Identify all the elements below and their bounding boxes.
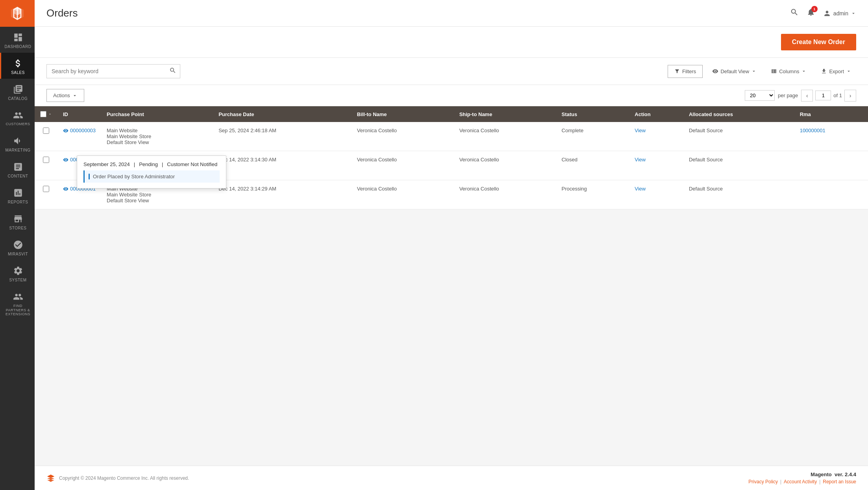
- create-new-order-button[interactable]: Create New Order: [781, 34, 856, 50]
- sidebar-item-mirasvit[interactable]: Mirasvit: [0, 234, 35, 260]
- row-view-link[interactable]: View: [635, 157, 646, 163]
- admin-user-menu[interactable]: admin: [823, 9, 856, 17]
- row-action: View: [629, 151, 683, 180]
- row-rma: [794, 151, 868, 180]
- col-rma[interactable]: Rma: [794, 106, 868, 122]
- row-checkbox-cell: [35, 151, 57, 180]
- search-box: [46, 64, 180, 78]
- filters-label: Filters: [682, 68, 696, 74]
- row-allocated-sources: Default Source: [683, 151, 794, 180]
- row-status: Processing: [556, 180, 629, 209]
- row-bill-to: Veronica Costello: [352, 180, 454, 209]
- search-input[interactable]: [46, 64, 180, 78]
- row-ship-to: Veronica Costello: [454, 122, 556, 151]
- sidebar-item-marketing[interactable]: Marketing: [0, 130, 35, 156]
- account-activity-link[interactable]: Account Activity: [784, 479, 817, 484]
- prev-page-button[interactable]: ‹: [801, 90, 813, 102]
- col-purchase-date[interactable]: Purchase Date: [213, 106, 352, 122]
- export-button[interactable]: Export: [816, 65, 856, 78]
- row-allocated-sources: Default Source: [683, 180, 794, 209]
- sidebar-item-customers[interactable]: Customers: [0, 105, 35, 130]
- sidebar-label-sales: Sales: [11, 70, 25, 75]
- magento-version: Magento ver. 2.4.4: [811, 472, 856, 477]
- sidebar-item-dashboard[interactable]: Dashboard: [0, 27, 35, 53]
- page-number-input[interactable]: [815, 91, 831, 100]
- per-page-dropdown[interactable]: 20 30 50 100 200: [745, 90, 775, 101]
- privacy-policy-link[interactable]: Privacy Policy: [748, 479, 778, 484]
- sidebar-label-system: System: [9, 278, 26, 282]
- row-checkbox[interactable]: [43, 157, 49, 163]
- row-checkbox[interactable]: [43, 186, 49, 192]
- sidebar-item-content[interactable]: Content: [0, 156, 35, 182]
- row-purchase-date: Dec 14, 2022 3:14:30 AM: [213, 151, 352, 180]
- magento-logo[interactable]: [0, 0, 35, 27]
- export-label: Export: [829, 68, 844, 74]
- select-all-checkbox[interactable]: [40, 111, 46, 117]
- row-id: 000000003: [57, 122, 101, 151]
- actions-label: Actions: [53, 92, 70, 98]
- view-label: Default View: [720, 68, 749, 74]
- filters-button[interactable]: Filters: [668, 65, 703, 78]
- col-id[interactable]: ID: [57, 106, 101, 122]
- action-bar: Create New Order: [35, 27, 868, 58]
- col-checkbox: [35, 106, 57, 122]
- footer-left: Copyright © 2024 Magento Commerce Inc. A…: [46, 474, 189, 483]
- sidebar-label-content: Content: [8, 174, 28, 178]
- magento-label: Magento: [811, 472, 831, 477]
- sidebar-item-reports[interactable]: Reports: [0, 182, 35, 208]
- notification-bell-icon[interactable]: 1: [807, 8, 815, 18]
- sidebar-item-catalog[interactable]: Catalog: [0, 79, 35, 105]
- per-page-select: 20 30 50 100 200: [745, 90, 775, 101]
- footer: Copyright © 2024 Magento Commerce Inc. A…: [35, 466, 868, 490]
- tooltip-status: Pending: [139, 161, 158, 167]
- col-allocated-sources[interactable]: Allocated sources: [683, 106, 794, 122]
- page-header: Orders 1 admin: [35, 0, 868, 27]
- actions-button[interactable]: Actions: [46, 89, 84, 102]
- row-view-link[interactable]: View: [635, 128, 646, 133]
- per-page-label: per page: [778, 92, 798, 98]
- order-tooltip-popup: September 25, 2024 | Pending | Customer …: [77, 155, 226, 189]
- report-issue-link[interactable]: Report an Issue: [823, 479, 856, 484]
- sidebar-label-marketing: Marketing: [6, 148, 31, 152]
- row-allocated-sources: Default Source: [683, 122, 794, 151]
- sidebar-item-find-partners[interactable]: Find Partners & Extensions: [0, 286, 35, 320]
- row-rma: [794, 180, 868, 209]
- row-status: Closed: [556, 151, 629, 180]
- search-button[interactable]: [169, 67, 176, 76]
- sidebar-label-customers: Customers: [6, 122, 30, 126]
- sidebar-item-system[interactable]: System: [0, 260, 35, 286]
- col-purchase-point[interactable]: Purchase Point: [101, 106, 213, 122]
- default-view-button[interactable]: Default View: [707, 65, 761, 78]
- columns-button[interactable]: Columns: [766, 65, 811, 78]
- sidebar-label-dashboard: Dashboard: [5, 44, 31, 49]
- tooltip-body: Order Placed by Store Administrator: [83, 170, 220, 183]
- col-bill-to[interactable]: Bill-to Name: [352, 106, 454, 122]
- col-ship-to[interactable]: Ship-to Name: [454, 106, 556, 122]
- sidebar-item-stores[interactable]: Stores: [0, 208, 35, 234]
- next-page-button[interactable]: ›: [844, 90, 856, 102]
- row-checkbox[interactable]: [43, 128, 49, 134]
- tooltip-accent-bar: [89, 174, 90, 179]
- row-ship-to: Veronica Costello: [454, 151, 556, 180]
- sidebar-label-catalog: Catalog: [8, 96, 28, 101]
- tooltip-header: September 25, 2024 | Pending | Customer …: [83, 161, 220, 167]
- row-view-link[interactable]: View: [635, 186, 646, 192]
- pagination: 20 30 50 100 200 per page ‹ of 1 ›: [745, 90, 856, 102]
- footer-right: Magento ver. 2.4.4 Privacy Policy | Acco…: [748, 472, 856, 484]
- row-action: View: [629, 122, 683, 151]
- row-status: Complete: [556, 122, 629, 151]
- col-status[interactable]: Status: [556, 106, 629, 122]
- sidebar-label-reports: Reports: [8, 200, 28, 204]
- row-ship-to: Veronica Costello: [454, 180, 556, 209]
- sidebar-label-stores: Stores: [9, 226, 27, 230]
- sidebar-item-sales[interactable]: Sales: [0, 53, 35, 79]
- content-area: Create New Order Filters Default View: [35, 27, 868, 466]
- row-purchase-date: Dec 14, 2022 3:14:29 AM: [213, 180, 352, 209]
- row-checkbox-cell: [35, 180, 57, 209]
- grid-toolbar: Filters Default View Columns Export: [35, 58, 868, 85]
- row-purchase-date: Sep 25, 2024 2:46:18 AM: [213, 122, 352, 151]
- search-icon[interactable]: [790, 8, 799, 18]
- order-id-link[interactable]: 000000003: [63, 128, 96, 133]
- version-text: ver. 2.4.4: [835, 472, 856, 477]
- rma-link[interactable]: 100000001: [800, 128, 825, 133]
